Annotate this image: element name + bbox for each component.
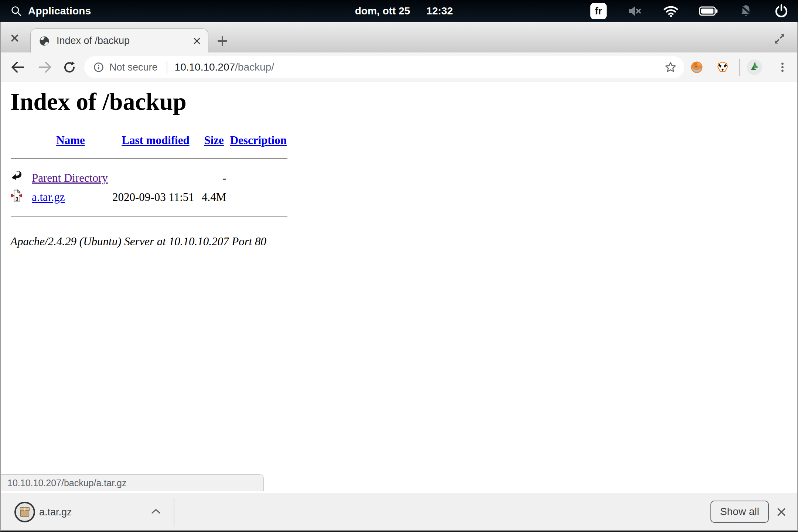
- archive-file-icon[interactable]: [14, 501, 35, 524]
- cell-description: [228, 168, 289, 188]
- applications-menu[interactable]: Applications: [28, 5, 91, 17]
- divider: [174, 498, 174, 527]
- address-bar[interactable]: Not secure 10.10.10.207/backup/: [84, 56, 684, 78]
- parent-directory-icon: [11, 170, 22, 183]
- cell-size: -: [200, 168, 228, 188]
- cell-last-modified: 2020-09-03 11:51: [111, 188, 200, 207]
- new-tab-button[interactable]: [214, 33, 231, 49]
- download-bar-close-button[interactable]: [775, 506, 788, 518]
- page-content: Index of /backup Name Last modified Size…: [1, 82, 797, 493]
- origami-crane-icon: [746, 59, 763, 75]
- cell-description: [228, 188, 289, 207]
- download-item-menu-button[interactable]: [151, 508, 161, 516]
- show-all-button[interactable]: Show all: [710, 501, 769, 523]
- parent-directory-link[interactable]: Parent Directory: [32, 171, 108, 184]
- window-close-button[interactable]: [8, 31, 21, 45]
- info-icon[interactable]: [93, 62, 104, 73]
- url-text: 10.10.10.207/backup/: [175, 61, 274, 73]
- fullscreen-toggle-button[interactable]: [771, 31, 788, 47]
- foxyproxy-extension-icon[interactable]: [690, 61, 703, 74]
- horizontal-rule: [11, 216, 287, 217]
- window-close-icon: [10, 33, 20, 43]
- kebab-menu-icon: [776, 61, 789, 74]
- compressed-file-icon: [11, 190, 22, 202]
- browser-menu-button[interactable]: [776, 61, 789, 74]
- sort-by-description-link[interactable]: Description: [230, 134, 287, 147]
- reload-button[interactable]: [61, 59, 78, 75]
- page-title: Index of /backup: [10, 88, 797, 115]
- download-bar: a.tar.gz Show all: [1, 493, 797, 531]
- tab-title: Index of /backup: [57, 35, 192, 47]
- notifications-off-icon[interactable]: [738, 3, 754, 19]
- status-bar-link-preview: 10.10.10.207/backup/a.tar.gz: [1, 474, 264, 491]
- server-signature: Apache/2.4.29 (Ubuntu) Server at 10.10.1…: [10, 235, 797, 248]
- back-arrow-icon: [10, 59, 26, 75]
- table-header-row: Name Last modified Size Description: [10, 132, 289, 149]
- wifi-icon[interactable]: [663, 3, 679, 19]
- close-icon: [776, 507, 787, 518]
- browser-window: Index of /backup: [0, 22, 798, 532]
- privacy-badger-extension-icon[interactable]: [716, 61, 729, 74]
- sort-by-size-link[interactable]: Size: [204, 134, 224, 147]
- url-path: /backup/: [235, 61, 274, 73]
- forward-button[interactable]: [37, 59, 53, 75]
- speaker-muted-icon[interactable]: [627, 3, 643, 19]
- chevron-up-icon: [151, 508, 161, 514]
- bookmark-star-icon: [664, 61, 677, 74]
- table-row-file: a.tar.gz 2020-09-03 11:51 4.4M: [10, 188, 289, 207]
- back-button[interactable]: [10, 59, 26, 75]
- battery-icon[interactable]: [699, 6, 718, 17]
- tab-close-icon: [192, 37, 201, 45]
- power-icon[interactable]: [774, 3, 789, 19]
- profile-avatar[interactable]: [746, 59, 763, 75]
- gnome-top-bar: Applications dom, ott 25 12:32 fr: [0, 0, 798, 22]
- sort-by-name-link[interactable]: Name: [56, 134, 85, 147]
- divider: [167, 61, 167, 74]
- url-host: 10.10.10.207: [175, 61, 235, 73]
- search-icon[interactable]: [10, 5, 22, 17]
- clock[interactable]: dom, ott 25 12:32: [355, 5, 453, 17]
- globe-favicon: [39, 35, 50, 47]
- bookmark-star-button[interactable]: [664, 61, 677, 75]
- fullscreen-toggle-icon: [773, 32, 787, 46]
- new-tab-plus-icon: [216, 35, 229, 47]
- download-file-name[interactable]: a.tar.gz: [39, 506, 72, 518]
- date-label: dom, ott 25: [355, 5, 410, 17]
- reload-icon: [62, 60, 76, 74]
- tab-close-button[interactable]: [192, 37, 201, 45]
- browser-toolbar: Not secure 10.10.10.207/backup/: [1, 52, 797, 82]
- directory-listing-table: Name Last modified Size Description Pare…: [10, 132, 289, 226]
- tab-active[interactable]: Index of /backup: [30, 28, 208, 53]
- file-link[interactable]: a.tar.gz: [32, 191, 65, 204]
- table-row-parent-directory: Parent Directory -: [10, 168, 289, 188]
- keyboard-layout-indicator[interactable]: fr: [590, 3, 607, 19]
- divider: [739, 59, 740, 76]
- security-label: Not secure: [109, 62, 158, 73]
- sort-by-modified-link[interactable]: Last modified: [122, 134, 189, 147]
- cell-last-modified: [111, 168, 200, 188]
- horizontal-rule: [11, 158, 287, 159]
- forward-arrow-icon: [37, 59, 53, 75]
- tab-strip: Index of /backup: [1, 22, 797, 52]
- time-label: 12:32: [426, 5, 453, 17]
- cell-size: 4.4M: [200, 188, 228, 207]
